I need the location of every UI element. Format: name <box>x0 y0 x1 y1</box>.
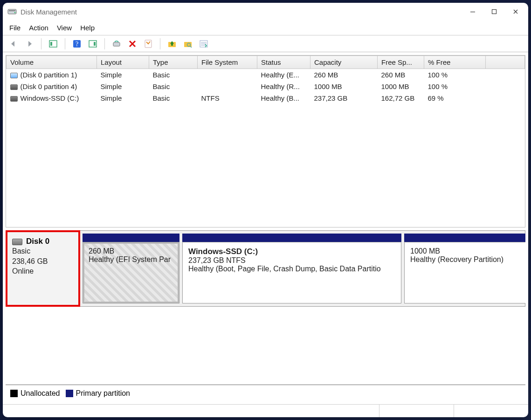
partition-block[interactable]: Windows-SSD (C:)237,23 GB NTFSHealthy (B… <box>182 234 401 303</box>
disk-name: Disk 0 <box>26 237 49 246</box>
statusbar <box>3 404 528 417</box>
disk-management-window: Disk Management File Action View Help ? <box>3 3 528 417</box>
list-settings-button[interactable] <box>198 38 210 50</box>
swatch-blue <box>66 390 73 397</box>
legend-unallocated: Unallocated <box>10 389 60 398</box>
cell-type: Basic <box>149 69 198 81</box>
svg-rect-3 <box>470 12 475 12</box>
legend-bar: Unallocated Primary partition <box>6 385 525 401</box>
window-title: Disk Management <box>21 8 77 16</box>
disk-capacity: 238,46 GB <box>12 256 74 267</box>
svg-rect-0 <box>8 9 16 14</box>
volume-icon <box>10 96 18 102</box>
volume-name: (Disk 0 partition 1) <box>21 71 77 79</box>
help-button[interactable]: ? <box>71 38 83 50</box>
partition-body[interactable]: 1000 MBHealthy (Recovery Partition) <box>404 242 525 303</box>
cell-free: 162,72 GB <box>378 92 424 104</box>
col-layout[interactable]: Layout <box>97 56 149 69</box>
toolbar-separator <box>41 38 41 49</box>
disk-type: Basic <box>12 246 74 256</box>
svg-point-2 <box>14 12 16 14</box>
table-row[interactable]: (Disk 0 partition 4)SimpleBasicHealthy (… <box>7 81 525 92</box>
col-type[interactable]: Type <box>149 56 198 69</box>
col-free[interactable]: Free Sp... <box>378 56 424 69</box>
refresh-button[interactable] <box>110 38 123 50</box>
back-button[interactable] <box>7 38 20 50</box>
forward-button[interactable] <box>23 38 35 50</box>
partition-block[interactable]: 260 MBHealthy (EFI System Par <box>83 234 179 303</box>
partition-title: Windows-SSD (C:) <box>188 247 395 256</box>
graphical-view-pane: Disk 0 Basic 238,46 GB Online 260 MBHeal… <box>6 230 525 385</box>
folder-up-button[interactable] <box>166 38 178 50</box>
table-row[interactable]: (Disk 0 partition 1)SimpleBasicHealthy (… <box>7 69 525 81</box>
cell-filesystem <box>198 81 257 92</box>
svg-text:?: ? <box>76 41 78 48</box>
partition-size: 1000 MB <box>410 247 520 255</box>
partition-body[interactable]: 260 MBHealthy (EFI System Par <box>83 242 179 303</box>
folder-search-button[interactable] <box>182 38 194 50</box>
properties-button[interactable] <box>142 38 154 50</box>
partition-header-bar <box>83 234 179 242</box>
minimize-button[interactable] <box>462 3 483 20</box>
toolbar-separator <box>65 38 65 49</box>
toolbar-separator <box>160 38 160 49</box>
volume-icon <box>10 73 18 78</box>
swatch-black <box>10 390 18 397</box>
cell-pct: 100 % <box>424 69 486 81</box>
svg-rect-6 <box>50 42 52 46</box>
volume-name: (Disk 0 partition 4) <box>21 83 77 90</box>
menu-action[interactable]: Action <box>29 24 48 32</box>
menu-view[interactable]: View <box>57 24 72 32</box>
disk-row: Disk 0 Basic 238,46 GB Online 260 MBHeal… <box>6 230 525 307</box>
menubar: File Action View Help <box>3 21 528 35</box>
partition-header-bar <box>404 234 525 242</box>
partition-block[interactable]: 1000 MBHealthy (Recovery Partition) <box>404 234 525 303</box>
cell-status: Healthy (R... <box>257 81 310 92</box>
cell-free: 1000 MB <box>378 81 424 92</box>
volume-table[interactable]: Volume Layout Type File System Status Ca… <box>6 55 525 104</box>
cell-type: Basic <box>149 81 198 92</box>
partitions-bar: 260 MBHealthy (EFI System ParWindows-SSD… <box>80 231 525 306</box>
close-button[interactable] <box>505 3 526 20</box>
partition-size: 237,23 GB NTFS <box>188 256 395 265</box>
menu-help[interactable]: Help <box>80 24 95 32</box>
disk-icon <box>12 239 22 245</box>
volume-list-pane: Volume Layout Type File System Status Ca… <box>6 55 525 227</box>
col-status[interactable]: Status <box>257 56 310 69</box>
partition-size: 260 MB <box>89 247 173 255</box>
col-filesystem[interactable]: File System <box>198 56 257 69</box>
table-row[interactable]: Windows-SSD (C:)SimpleBasicNTFSHealthy (… <box>7 92 525 104</box>
cell-capacity: 260 MB <box>310 69 378 81</box>
svg-rect-1 <box>9 10 15 11</box>
column-header-row[interactable]: Volume Layout Type File System Status Ca… <box>7 56 525 69</box>
show-hide-action-pane-button[interactable] <box>87 38 99 50</box>
cell-capacity: 1000 MB <box>310 81 378 92</box>
cell-filesystem <box>198 69 257 81</box>
partition-status: Healthy (Recovery Partition) <box>410 255 520 264</box>
svg-rect-11 <box>113 42 120 46</box>
partition-status: Healthy (EFI System Par <box>89 255 173 264</box>
cell-type: Basic <box>149 92 198 104</box>
disk-header[interactable]: Disk 0 Basic 238,46 GB Online <box>6 230 80 307</box>
menu-file[interactable]: File <box>9 24 21 32</box>
delete-button[interactable] <box>126 38 138 50</box>
svg-rect-4 <box>492 10 497 14</box>
col-volume[interactable]: Volume <box>7 56 97 69</box>
col-pct-free[interactable]: % Free <box>424 56 486 69</box>
maximize-button[interactable] <box>483 3 505 20</box>
volume-name: Windows-SSD (C:) <box>21 94 79 102</box>
app-icon <box>7 7 17 16</box>
svg-rect-10 <box>94 42 96 46</box>
partition-body[interactable]: Windows-SSD (C:)237,23 GB NTFSHealthy (B… <box>182 242 401 303</box>
col-capacity[interactable]: Capacity <box>310 56 378 69</box>
titlebar[interactable]: Disk Management <box>3 3 528 21</box>
cell-layout: Simple <box>97 92 149 104</box>
legend-primary: Primary partition <box>66 389 130 398</box>
partition-status: Healthy (Boot, Page File, Crash Dump, Ba… <box>188 265 395 273</box>
cell-pct: 69 % <box>424 92 486 104</box>
disk-state: Online <box>12 266 74 276</box>
cell-filesystem: NTFS <box>198 92 257 104</box>
show-hide-console-tree-button[interactable] <box>47 38 59 50</box>
cell-capacity: 237,23 GB <box>310 92 378 104</box>
col-spacer <box>486 56 525 69</box>
